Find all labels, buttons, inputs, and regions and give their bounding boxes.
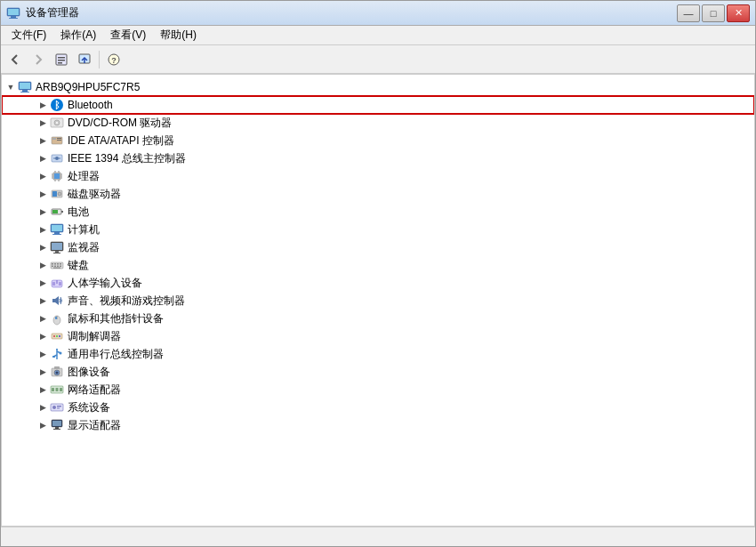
computer-expand-icon[interactable]: ▶ (36, 222, 50, 237)
modem-label: 调制解调器 (68, 329, 121, 344)
system-expand-icon[interactable]: ▶ (36, 400, 50, 414)
forward-button[interactable] (28, 49, 49, 70)
bluetooth-label: Bluetooth (68, 99, 113, 111)
system-icon (50, 400, 64, 414)
processor-expand-icon[interactable]: ▶ (36, 169, 50, 183)
battery-expand-icon[interactable]: ▶ (36, 205, 50, 219)
menu-action[interactable]: 操作(A) (53, 27, 103, 44)
tree-item-system[interactable]: ▶ 系统设备 (2, 398, 754, 416)
computer-node-label: 计算机 (68, 222, 100, 237)
svg-rect-53 (52, 243, 62, 250)
back-button[interactable] (4, 49, 26, 70)
svg-rect-14 (22, 90, 28, 92)
imaging-label: 图像设备 (68, 365, 110, 380)
tree-item-usb[interactable]: ▶ 通用串行总线控制器 (2, 345, 754, 363)
imaging-expand-icon[interactable]: ▶ (36, 365, 50, 379)
svg-rect-42 (52, 191, 57, 197)
tree-item-imaging[interactable]: ▶ 图像设备 (2, 363, 754, 381)
keyboard-expand-icon[interactable]: ▶ (36, 258, 50, 272)
device-tree[interactable]: ▼ ARB9Q9HPU5FC7R5 ▶ ᛒ (1, 74, 755, 527)
bluetooth-icon: ᛒ (50, 98, 64, 112)
ide-icon (50, 133, 64, 148)
help-button[interactable]: ? (103, 49, 125, 70)
svg-rect-7 (58, 62, 62, 64)
ide-expand-icon[interactable]: ▶ (36, 133, 50, 148)
usb-expand-icon[interactable]: ▶ (36, 347, 50, 361)
svg-rect-3 (9, 18, 18, 19)
tree-item-battery[interactable]: ▶ 电池 (2, 203, 754, 221)
tree-item-network[interactable]: ▶ 网络适配器 (2, 381, 754, 398)
monitor-expand-icon[interactable]: ▶ (36, 240, 50, 254)
ieee-expand-icon[interactable]: ▶ (36, 151, 50, 165)
modem-expand-icon[interactable]: ▶ (36, 329, 50, 343)
display-expand-icon[interactable]: ▶ (36, 418, 50, 432)
disk-expand-icon[interactable]: ▶ (36, 187, 50, 201)
tree-item-keyboard[interactable]: ▶ 键盘 (2, 256, 754, 274)
network-label: 网络适配器 (68, 382, 121, 398)
network-expand-icon[interactable]: ▶ (36, 382, 50, 397)
update-driver-button[interactable] (74, 49, 95, 70)
svg-rect-89 (52, 388, 54, 391)
ieee-icon (50, 151, 64, 165)
restore-button[interactable]: □ (702, 4, 725, 22)
window-icon (6, 6, 20, 20)
svg-rect-22 (52, 138, 56, 140)
svg-rect-24 (57, 140, 61, 141)
tree-item-mouse[interactable]: ▶ 鼠标和其他指针设备 (2, 310, 754, 327)
svg-rect-57 (52, 263, 53, 265)
svg-marker-70 (52, 296, 59, 305)
minimize-button[interactable]: — (677, 4, 700, 22)
menu-file[interactable]: 文件(F) (4, 27, 53, 44)
mouse-expand-icon[interactable]: ▶ (36, 311, 50, 326)
svg-point-87 (56, 372, 59, 374)
status-bar (1, 527, 755, 546)
tree-item-ieee[interactable]: ▶ IEEE 1394 总线主控制器 (2, 149, 754, 167)
menu-help[interactable]: 帮助(H) (153, 27, 204, 44)
svg-rect-51 (52, 234, 61, 235)
tree-item-processor[interactable]: ▶ (2, 167, 754, 185)
dvd-label: DVD/CD-ROM 驱动器 (68, 116, 172, 131)
tree-root[interactable]: ▼ ARB9Q9HPU5FC7R5 (2, 78, 754, 96)
svg-rect-2 (11, 16, 16, 18)
svg-point-77 (59, 335, 60, 337)
svg-rect-68 (52, 282, 55, 286)
menu-view[interactable]: 查看(V) (103, 27, 153, 44)
svg-text:?: ? (111, 56, 117, 65)
svg-rect-13 (20, 83, 30, 89)
tree-item-hid[interactable]: ▶ 人体学输入设备 (2, 274, 754, 292)
svg-rect-61 (52, 266, 53, 268)
ieee-label: IEEE 1394 总线主控制器 (68, 151, 186, 166)
svg-rect-63 (57, 266, 59, 268)
svg-rect-64 (60, 266, 61, 268)
processor-icon (50, 169, 64, 183)
tree-item-monitor[interactable]: ▶ 监视器 (2, 238, 754, 256)
keyboard-icon (50, 258, 64, 272)
tree-item-sound[interactable]: ▶ 声音、视频和游戏控制器 (2, 292, 754, 310)
svg-rect-91 (60, 388, 62, 391)
svg-rect-90 (56, 388, 59, 391)
hid-label: 人体学输入设备 (68, 276, 142, 291)
tree-item-modem[interactable]: ▶ 调制解调器 (2, 327, 754, 345)
svg-rect-60 (60, 263, 61, 265)
tree-item-display[interactable]: ▶ 显示适配器 (2, 416, 754, 434)
tree-item-dvd[interactable]: ▶ DVD/CD-ROM 驱动器 (2, 114, 754, 132)
tree-item-ide[interactable]: ▶ IDE ATA/ATAPI 控制器 (2, 132, 754, 149)
close-button[interactable]: ✕ (727, 4, 750, 22)
bluetooth-expand-icon[interactable]: ▶ (36, 98, 50, 112)
sound-expand-icon[interactable]: ▶ (36, 294, 50, 308)
usb-icon (50, 347, 64, 361)
tree-item-computer[interactable]: ▶ 计算机 (2, 221, 754, 238)
root-expand-icon[interactable]: ▼ (4, 80, 18, 94)
svg-point-26 (55, 157, 59, 160)
toolbar: ? (1, 45, 755, 74)
properties-button[interactable] (51, 49, 72, 70)
tree-item-bluetooth[interactable]: ▶ ᛒ Bluetooth (2, 96, 754, 114)
disk-icon (50, 187, 64, 201)
title-bar-left: 设备管理器 (6, 5, 79, 20)
svg-point-81 (60, 352, 62, 355)
tree-item-disk[interactable]: ▶ 磁盘驱动器 (2, 185, 754, 203)
svg-rect-62 (54, 266, 56, 268)
svg-rect-82 (52, 356, 55, 358)
dvd-expand-icon[interactable]: ▶ (36, 116, 50, 130)
hid-expand-icon[interactable]: ▶ (36, 276, 50, 290)
